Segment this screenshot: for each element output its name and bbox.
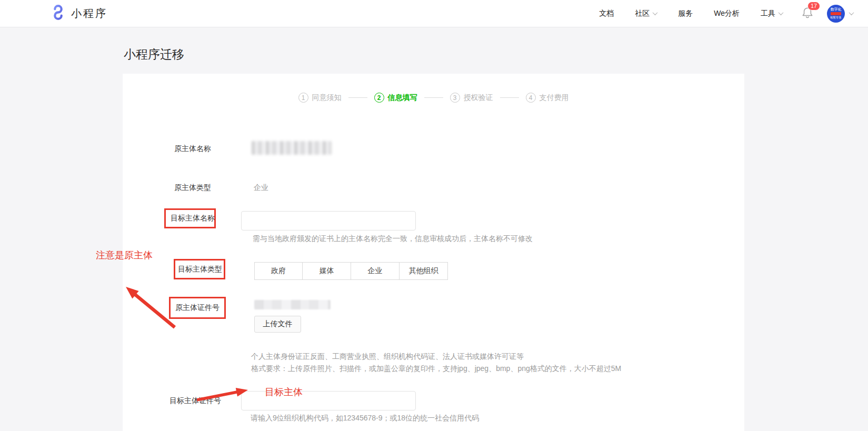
- target-entity-name-hint: 需与当地政府颁发的证书上的主体名称完全一致，信息审核成功后，主体名称不可修改: [253, 234, 533, 244]
- step-auth-verify: 3 授权验证: [450, 93, 493, 103]
- nav-item-services[interactable]: 服务: [667, 9, 703, 18]
- annotation-note-original-entity: 注意是原主体: [96, 249, 153, 262]
- original-entity-name-label: 原主体名称: [174, 144, 211, 154]
- chevron-down-icon[interactable]: [849, 10, 854, 15]
- nav-item-we-analytics[interactable]: We分析: [703, 9, 750, 18]
- type-option-media[interactable]: 媒体: [303, 262, 351, 280]
- brand-name: 小程序: [71, 6, 107, 21]
- original-cert-number-label: 原主体证件号: [175, 303, 220, 313]
- target-entity-type-label-annotation-box: 目标主体类型: [174, 259, 225, 279]
- original-entity-name-redacted-value: [252, 141, 332, 155]
- type-option-enterprise[interactable]: 企业: [351, 262, 400, 280]
- annotation-arrow-right-icon: [193, 383, 253, 405]
- target-entity-name-label-annotation-box: 目标主体名称: [164, 208, 216, 228]
- target-entity-name-label: 目标主体名称: [171, 214, 215, 223]
- notification-count-badge: 17: [807, 2, 820, 11]
- account-avatar[interactable]: 数字化 智慧零售: [827, 5, 845, 23]
- step-pay-fee: 4 支付费用: [526, 93, 569, 103]
- type-option-government[interactable]: 政府: [254, 262, 303, 280]
- stepper-divider: [500, 97, 519, 98]
- certificate-requirements: 个人主体身份证正反面、工商营业执照、组织机构代码证、法人证书或媒体许可证等 格式…: [251, 350, 621, 375]
- nav-item-docs[interactable]: 文档: [588, 9, 624, 18]
- annotation-note-target-entity: 目标主体: [265, 386, 303, 398]
- miniprogram-logo-icon: [50, 4, 66, 23]
- top-nav-bar: 小程序 文档 社区 服务 We分析 工具 17 数字化 智慧零售: [0, 0, 868, 27]
- upload-file-button[interactable]: 上传文件: [254, 316, 301, 333]
- target-entity-type-selector: 政府 媒体 企业 其他组织: [254, 262, 448, 280]
- target-cert-number-hint: 请输入9位组织机构代码，如12345678-9；或18位的统一社会信用代码: [251, 414, 479, 423]
- stepper-divider: [424, 97, 443, 98]
- migration-form-card: 1 同意须知 2 信息填写 3 授权验证 4 支付费用 原主体名称 原主体类型 …: [123, 74, 744, 431]
- brand[interactable]: 小程序: [50, 4, 107, 23]
- original-entity-type-label: 原主体类型: [174, 183, 211, 193]
- chevron-down-icon: [653, 10, 658, 15]
- original-entity-type-value: 企业: [254, 183, 268, 193]
- notifications-button[interactable]: 17: [802, 6, 813, 21]
- header-nav: 文档 社区 服务 We分析 工具 17 数字化 智慧零售: [588, 5, 853, 23]
- avatar-band: [831, 12, 841, 15]
- step-fill-info: 2 信息填写: [374, 93, 417, 103]
- wizard-stepper: 1 同意须知 2 信息填写 3 授权验证 4 支付费用: [123, 93, 744, 103]
- page-title: 小程序迁移: [124, 46, 184, 63]
- chevron-down-icon: [779, 10, 784, 15]
- nav-item-tools[interactable]: 工具: [750, 9, 793, 18]
- certificate-requirements-line2: 格式要求：上传原件照片、扫描件，或加盖公章的复印件，支持jpg、jpeg、bmp…: [251, 363, 621, 375]
- bell-icon: [802, 12, 813, 21]
- step-agree-notice: 1 同意须知: [298, 93, 342, 103]
- stepper-divider: [348, 97, 367, 98]
- certificate-requirements-line1: 个人主体身份证正反面、工商营业执照、组织机构代码证、法人证书或媒体许可证等: [251, 350, 621, 363]
- target-entity-name-input[interactable]: [241, 211, 416, 230]
- nav-item-community[interactable]: 社区: [624, 9, 667, 18]
- original-cert-number-redacted-value: [254, 300, 331, 309]
- type-option-other-org[interactable]: 其他组织: [400, 262, 448, 280]
- target-entity-type-label: 目标主体类型: [178, 265, 222, 274]
- annotation-arrow-up-left-icon: [120, 282, 181, 335]
